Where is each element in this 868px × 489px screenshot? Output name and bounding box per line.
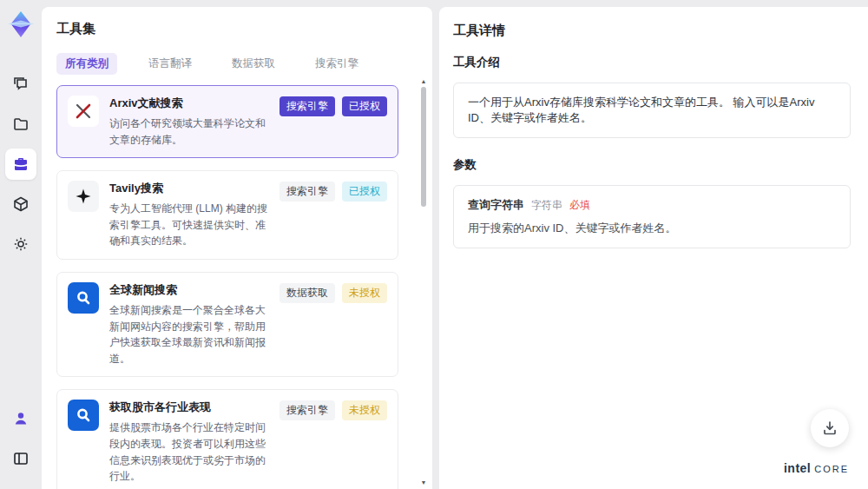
scroll-up-arrow[interactable]: ▲: [419, 78, 428, 84]
tool-card-tavily[interactable]: Tavily搜索 专为人工智能代理 (LLM) 构建的搜索引擎工具。可快速提供实…: [56, 170, 398, 260]
status-badge: 未授权: [342, 400, 387, 420]
tab-language-translation[interactable]: 语言翻译: [140, 53, 201, 75]
param-type: 字符串: [531, 198, 562, 213]
param-name: 查询字符串: [468, 197, 524, 213]
brand-intel: intel: [784, 461, 811, 475]
tool-card-global-news[interactable]: 全球新闻搜索 全球新闻搜索是一个聚合全球各大新闻网站内容的搜索引擎，帮助用户快速…: [56, 272, 398, 377]
tab-search-engine[interactable]: 搜索引擎: [306, 53, 367, 75]
tool-list: Arxiv文献搜索 访问各个研究领域大量科学论文和文章的存储库。 搜索引擎 已授…: [56, 85, 418, 489]
status-badge: 未授权: [342, 283, 387, 303]
download-icon: [821, 420, 838, 437]
page-title: 工具集: [56, 21, 418, 37]
market-search-icon: [68, 400, 99, 431]
scrollbar-thumb[interactable]: [421, 87, 426, 207]
tool-description: 提供股票市场各个行业在特定时间段内的表现。投资者可以利用这些信息来识别表现优于或…: [109, 420, 269, 484]
intel-core-logo: intel CORE: [784, 461, 849, 475]
sidebar-item-settings[interactable]: [5, 228, 36, 260]
list-scrollbar[interactable]: ▲ ▼: [419, 78, 428, 486]
sidebar-item-files[interactable]: [5, 109, 36, 140]
brand-core: CORE: [814, 464, 849, 474]
arxiv-logo-icon: [68, 96, 99, 127]
toolbox-icon: [12, 155, 30, 173]
category-badge: 搜索引擎: [279, 182, 335, 202]
download-button[interactable]: [811, 409, 849, 447]
sidebar-item-chat[interactable]: [5, 69, 36, 100]
sidebar-item-account[interactable]: [5, 403, 36, 434]
intro-box: 一个用于从Arxiv存储库搜索科学论文和文章的工具。 输入可以是Arxiv ID…: [453, 83, 851, 138]
sidebar: [0, 0, 42, 489]
gear-icon: [12, 235, 30, 253]
params-heading: 参数: [453, 157, 851, 173]
tool-card-arxiv[interactable]: Arxiv文献搜索 访问各个研究领域大量科学论文和文章的存储库。 搜索引擎 已授…: [56, 85, 398, 158]
sidebar-item-collapse[interactable]: [5, 443, 36, 474]
intro-text: 一个用于从Arxiv存储库搜索科学论文和文章的工具。 输入可以是Arxiv ID…: [468, 96, 814, 124]
news-search-icon: [68, 282, 99, 314]
status-badge: 已授权: [342, 182, 387, 202]
sidebar-item-tools[interactable]: [5, 149, 36, 180]
user-icon: [12, 410, 30, 427]
tool-name: Tavily搜索: [109, 181, 269, 196]
detail-title: 工具详情: [453, 23, 851, 39]
folder-icon: [12, 116, 30, 133]
tool-card-sector-performance[interactable]: 获取股市各行业表现 提供股票市场各个行业在特定时间段内的表现。投资者可以利用这些…: [56, 389, 398, 489]
panel-toggle-icon: [12, 450, 30, 467]
intro-heading: 工具介绍: [453, 55, 851, 70]
tab-all-categories[interactable]: 所有类别: [56, 53, 117, 75]
param-box: 查询字符串 字符串 必填 用于搜索的Arxiv ID、关键字或作者姓名。: [453, 185, 851, 248]
category-tabs: 所有类别 语言翻译 数据获取 搜索引擎: [56, 53, 418, 75]
tool-name: Arxiv文献搜索: [109, 96, 269, 111]
status-badge: 已授权: [342, 96, 387, 116]
tab-data-fetch[interactable]: 数据获取: [223, 53, 284, 75]
tool-description: 访问各个研究领域大量科学论文和文章的存储库。: [109, 116, 269, 148]
tool-list-panel: 工具集 所有类别 语言翻译 数据获取 搜索引擎 A: [42, 7, 432, 489]
chat-icon: [12, 76, 30, 93]
tool-description: 全球新闻搜索是一个聚合全球各大新闻网站内容的搜索引擎，帮助用户快速获取全球最新资…: [109, 302, 269, 367]
param-description: 用于搜索的Arxiv ID、关键字或作者姓名。: [468, 221, 836, 236]
cube-icon: [12, 195, 30, 213]
tavily-sparkle-icon: [68, 181, 99, 212]
tool-name: 全球新闻搜索: [109, 282, 269, 298]
category-badge: 搜索引擎: [279, 400, 335, 420]
sidebar-item-packages[interactable]: [5, 188, 36, 220]
tool-description: 专为人工智能代理 (LLM) 构建的搜索引擎工具。可快速提供实时、准确和真实的结…: [109, 201, 269, 249]
tool-name: 获取股市各行业表现: [109, 400, 269, 415]
scroll-down-arrow[interactable]: ▼: [419, 479, 428, 486]
tool-detail-panel: 工具详情 工具介绍 一个用于从Arxiv存储库搜索科学论文和文章的工具。 输入可…: [439, 7, 868, 489]
category-badge: 数据获取: [279, 283, 335, 303]
app-window: 工具集 所有类别 语言翻译 数据获取 搜索引擎 A: [0, 0, 868, 489]
app-logo-icon: [5, 9, 36, 40]
category-badge: 搜索引擎: [279, 96, 335, 116]
param-required-flag: 必填: [569, 198, 590, 213]
